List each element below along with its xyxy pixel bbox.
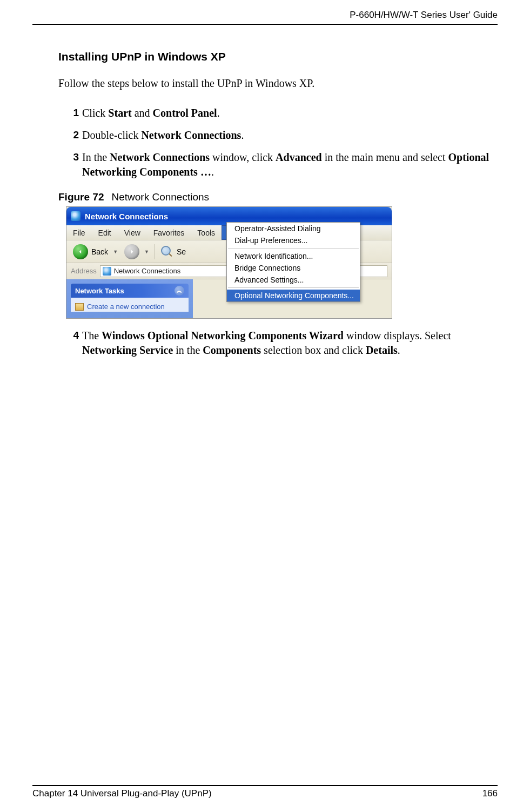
dd-operator-assisted[interactable]: Operator-Assisted Dialing bbox=[227, 223, 360, 234]
toolbar-separator bbox=[155, 244, 155, 259]
step-list-continued: 4 The Windows Optional Networking Compon… bbox=[65, 328, 492, 358]
footer-page-number: 166 bbox=[482, 788, 498, 799]
step-text-frag: Double-click bbox=[82, 129, 141, 141]
network-tasks-header[interactable]: Network Tasks ︽ bbox=[71, 284, 189, 298]
step-text-frag: The bbox=[82, 330, 102, 341]
menu-view[interactable]: View bbox=[118, 225, 147, 240]
header-guide-title: P-660H/HW/W-T Series User' Guide bbox=[32, 10, 498, 24]
figure-title: Network Connections bbox=[111, 191, 209, 203]
footer-chapter: Chapter 14 Universal Plug-and-Play (UPnP… bbox=[32, 788, 212, 799]
collapse-icon[interactable]: ︽ bbox=[175, 286, 184, 296]
step-number: 1 bbox=[65, 106, 79, 120]
toolbar-search-label-partial: Se bbox=[177, 247, 186, 256]
step-text-frag: . bbox=[217, 107, 220, 119]
back-arrow-icon bbox=[73, 244, 88, 259]
dd-network-id[interactable]: Network Identification... bbox=[227, 250, 360, 262]
step-bold: Advanced bbox=[276, 151, 322, 163]
step-bold: Control Panel bbox=[153, 107, 217, 119]
step-text-frag: and bbox=[132, 107, 153, 119]
forward-arrow-icon[interactable] bbox=[124, 244, 139, 259]
footer-rule bbox=[32, 785, 498, 786]
window-title: Network Connections bbox=[85, 212, 168, 221]
network-connections-icon bbox=[71, 211, 80, 221]
step-text-frag: selection box and click bbox=[261, 344, 366, 356]
step-bold: Start bbox=[108, 107, 131, 119]
dd-dialup-prefs[interactable]: Dial-up Preferences... bbox=[227, 234, 360, 246]
tasks-sidebar: Network Tasks ︽ Create a new connection bbox=[66, 279, 193, 318]
advanced-dropdown: Operator-Assisted Dialing Dial-up Prefer… bbox=[226, 222, 360, 302]
step-text-frag: window, click bbox=[210, 151, 276, 163]
step-3: 3 In the Network Connections window, cli… bbox=[65, 150, 492, 179]
step-text-frag: . bbox=[398, 344, 400, 356]
menu-favorites[interactable]: Favorites bbox=[147, 225, 191, 240]
step-text-frag: in the main menu and select bbox=[322, 151, 448, 163]
new-connection-icon bbox=[75, 303, 84, 311]
step-text: The Windows Optional Networking Componen… bbox=[82, 328, 492, 358]
dd-separator bbox=[228, 248, 359, 249]
task-create-connection[interactable]: Create a new connection bbox=[71, 298, 189, 312]
figure-caption: Figure 72Network Connections bbox=[58, 191, 498, 203]
step-number: 4 bbox=[65, 328, 79, 358]
chevron-down-icon: ▼ bbox=[143, 249, 149, 254]
network-connections-icon bbox=[103, 267, 111, 276]
dd-separator bbox=[228, 287, 359, 288]
header-rule bbox=[32, 24, 498, 25]
step-bold: Windows Optional Networking Components W… bbox=[102, 330, 344, 341]
dd-bridge-connections[interactable]: Bridge Connections bbox=[227, 262, 360, 274]
address-label: Address bbox=[71, 267, 97, 275]
step-bold: Details bbox=[366, 344, 398, 356]
step-2: 2 Double-click Network Connections. bbox=[65, 128, 492, 143]
step-text-frag: in the bbox=[173, 344, 203, 356]
menu-edit[interactable]: Edit bbox=[92, 225, 118, 240]
step-list: 1 Click Start and Control Panel. 2 Doubl… bbox=[65, 106, 492, 179]
section-heading: Installing UPnP in Windows XP bbox=[58, 50, 498, 63]
screenshot-network-connections: Network Connections File Edit View Favor… bbox=[66, 206, 392, 319]
task-label: Create a new connection bbox=[87, 303, 165, 311]
address-value: Network Connections bbox=[114, 267, 181, 275]
step-4: 4 The Windows Optional Networking Compon… bbox=[65, 328, 492, 358]
step-text-frag: . bbox=[241, 129, 244, 141]
page-footer: Chapter 14 Universal Plug-and-Play (UPnP… bbox=[32, 785, 498, 799]
figure-label: Figure 72 bbox=[58, 191, 104, 203]
dd-advanced-settings[interactable]: Advanced Settings... bbox=[227, 274, 360, 286]
search-icon[interactable] bbox=[160, 245, 173, 258]
step-bold: Network Connections bbox=[110, 151, 210, 163]
menu-tools[interactable]: Tools bbox=[191, 225, 222, 240]
toolbar-back-label: Back bbox=[91, 247, 108, 256]
step-text-frag: In the bbox=[82, 151, 110, 163]
chevron-down-icon: ▼ bbox=[111, 249, 118, 254]
step-number: 2 bbox=[65, 128, 79, 143]
step-bold: Networking Service bbox=[82, 344, 173, 356]
intro-paragraph: Follow the steps below to install the UP… bbox=[58, 77, 498, 90]
menu-file[interactable]: File bbox=[66, 225, 92, 240]
toolbar-back-button[interactable]: Back ▼ bbox=[70, 243, 121, 260]
step-1: 1 Click Start and Control Panel. bbox=[65, 106, 492, 120]
step-text: Double-click Network Connections. bbox=[82, 128, 492, 143]
step-text-frag: . bbox=[211, 166, 214, 178]
step-bold: Network Connections bbox=[141, 129, 241, 141]
network-tasks-label: Network Tasks bbox=[75, 287, 124, 295]
step-text: Click Start and Control Panel. bbox=[82, 106, 492, 120]
dd-optional-networking[interactable]: Optional Networking Components... bbox=[227, 290, 360, 301]
step-bold: Components bbox=[203, 344, 261, 356]
step-text: In the Network Connections window, click… bbox=[82, 150, 492, 179]
step-text-frag: Click bbox=[82, 107, 108, 119]
step-text-frag: window displays. Select bbox=[344, 330, 451, 341]
step-number: 3 bbox=[65, 150, 79, 179]
